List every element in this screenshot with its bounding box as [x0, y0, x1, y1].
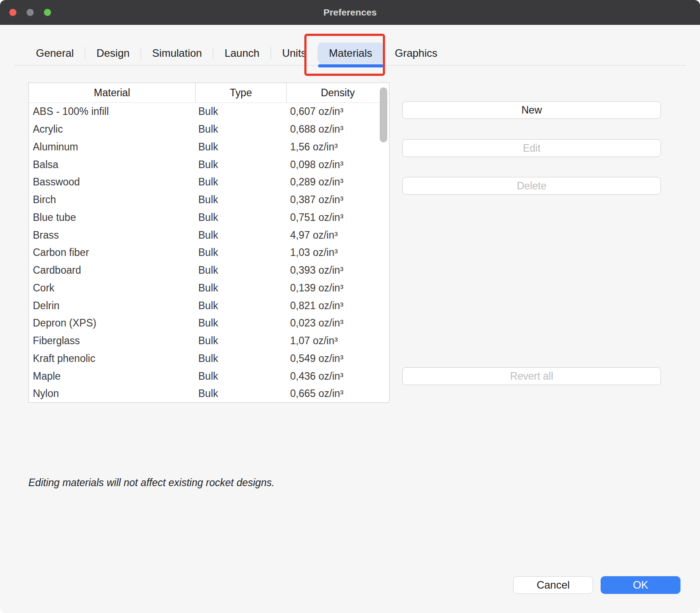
table-row[interactable]: CardboardBulk0,393 oz/in³: [29, 262, 389, 279]
scrollbar-thumb[interactable]: [380, 87, 387, 142]
table-row[interactable]: MapleBulk0,436 oz/in³: [29, 367, 389, 385]
cell-density: 0,023 oz/in³: [286, 317, 389, 329]
cell-type: Bulk: [195, 317, 286, 329]
cell-type: Bulk: [195, 229, 286, 241]
cell-type: Bulk: [195, 106, 286, 118]
tab-materials[interactable]: Materials: [318, 43, 383, 64]
cell-density: 0,387 oz/in³: [286, 194, 389, 206]
window-title: Preferences: [323, 7, 377, 18]
cell-density: 1,03 oz/in³: [286, 247, 389, 259]
table-row[interactable]: Kraft phenolicBulk0,549 oz/in³: [29, 350, 389, 368]
table-row[interactable]: AcrylicBulk0,688 oz/in³: [29, 121, 389, 138]
minimize-window-button[interactable]: [27, 9, 34, 16]
preferences-window: Preferences GeneralDesignSimulationLaunc…: [0, 0, 700, 613]
cell-density: 0,665 oz/in³: [286, 388, 389, 400]
table-row[interactable]: DelrinBulk0,821 oz/in³: [29, 297, 389, 314]
table-row[interactable]: BalsaBulk0,098 oz/in³: [29, 156, 389, 173]
cell-type: Bulk: [195, 247, 286, 259]
titlebar[interactable]: Preferences: [0, 0, 700, 25]
cell-density: 0,139 oz/in³: [286, 282, 389, 294]
cell-density: 0,098 oz/in³: [286, 159, 389, 171]
cell-density: 0,751 oz/in³: [286, 212, 389, 224]
cell-material: Delrin: [29, 300, 195, 312]
cell-type: Bulk: [195, 388, 286, 400]
column-header-material[interactable]: Material: [29, 83, 195, 102]
revert-all-button[interactable]: Revert all: [402, 367, 661, 385]
cell-material: Birch: [29, 194, 195, 206]
cell-material: Kraft phenolic: [29, 353, 195, 365]
cell-type: Bulk: [195, 370, 286, 382]
cell-type: Bulk: [195, 176, 286, 188]
cell-type: Bulk: [195, 264, 286, 276]
delete-button[interactable]: Delete: [402, 177, 661, 195]
materials-note: Editing materials will not affect existi…: [28, 477, 275, 489]
tab-graphics[interactable]: Graphics: [384, 43, 448, 64]
cell-density: 1,07 oz/in³: [286, 335, 389, 347]
cell-density: 0,436 oz/in³: [286, 370, 389, 382]
cell-material: Maple: [29, 370, 195, 382]
cell-material: Cork: [29, 282, 195, 294]
ok-button[interactable]: OK: [601, 576, 680, 594]
table-row[interactable]: BrassBulk4,97 oz/in³: [29, 226, 389, 244]
cell-material: Depron (XPS): [29, 317, 195, 329]
cell-material: Fiberglass: [29, 335, 195, 347]
materials-table-body: ABS - 100% infillBulk0,607 oz/in³Acrylic…: [29, 103, 389, 403]
cell-type: Bulk: [195, 212, 286, 224]
traffic-lights: [9, 9, 51, 16]
cell-material: Basswood: [29, 176, 195, 188]
cancel-button[interactable]: Cancel: [513, 576, 593, 594]
cell-type: Bulk: [195, 300, 286, 312]
cell-material: Carbon fiber: [29, 247, 195, 259]
cell-density: 0,688 oz/in³: [286, 123, 389, 135]
cell-material: Balsa: [29, 159, 195, 171]
table-row[interactable]: AluminumBulk1,56 oz/in³: [29, 138, 389, 156]
tab-design[interactable]: Design: [85, 43, 141, 64]
tab-units[interactable]: Units: [271, 43, 318, 64]
edit-button[interactable]: Edit: [402, 139, 661, 157]
cell-density: 0,607 oz/in³: [286, 106, 389, 118]
cell-density: 0,289 oz/in³: [286, 176, 389, 188]
table-row[interactable]: Blue tubeBulk0,751 oz/in³: [29, 209, 389, 227]
table-row[interactable]: ABS - 100% infillBulk0,607 oz/in³: [29, 103, 389, 121]
cell-type: Bulk: [195, 159, 286, 171]
table-row[interactable]: Carbon fiberBulk1,03 oz/in³: [29, 244, 389, 262]
cell-type: Bulk: [195, 123, 286, 135]
tab-general[interactable]: General: [25, 43, 85, 64]
cell-material: Blue tube: [29, 212, 195, 224]
tab-simulation[interactable]: Simulation: [141, 43, 213, 64]
cell-material: Brass: [29, 229, 195, 241]
cell-density: 1,56 oz/in³: [286, 141, 389, 153]
cell-type: Bulk: [195, 194, 286, 206]
zoom-window-button[interactable]: [44, 9, 51, 16]
table-row[interactable]: NylonBulk0,665 oz/in³: [29, 385, 389, 403]
cell-type: Bulk: [195, 141, 286, 153]
cell-material: Aluminum: [29, 141, 195, 153]
cell-type: Bulk: [195, 335, 286, 347]
cell-type: Bulk: [195, 282, 286, 294]
table-row[interactable]: Depron (XPS)Bulk0,023 oz/in³: [29, 314, 389, 332]
cell-density: 0,821 oz/in³: [286, 300, 389, 312]
cell-material: Acrylic: [29, 123, 195, 135]
cell-material: Nylon: [29, 388, 195, 400]
new-button[interactable]: New: [402, 101, 661, 119]
cell-density: 0,393 oz/in³: [286, 264, 389, 276]
tab-launch[interactable]: Launch: [213, 43, 271, 64]
materials-table: Material Type Density ABS - 100% infillB…: [28, 83, 389, 403]
cell-type: Bulk: [195, 353, 286, 365]
table-row[interactable]: BasswoodBulk0,289 oz/in³: [29, 173, 389, 191]
table-row[interactable]: CorkBulk0,139 oz/in³: [29, 279, 389, 297]
column-header-type[interactable]: Type: [195, 83, 286, 102]
table-header-row: Material Type Density: [29, 83, 389, 103]
table-row[interactable]: BirchBulk0,387 oz/in³: [29, 191, 389, 209]
close-window-button[interactable]: [9, 9, 16, 16]
cell-density: 4,97 oz/in³: [286, 229, 389, 241]
column-header-density[interactable]: Density: [286, 83, 389, 102]
cell-material: Cardboard: [29, 264, 195, 276]
table-row[interactable]: FiberglassBulk1,07 oz/in³: [29, 332, 389, 350]
cell-material: ABS - 100% infill: [29, 106, 195, 118]
tab-bar: GeneralDesignSimulationLaunchUnitsMateri…: [25, 43, 448, 64]
cell-density: 0,549 oz/in³: [286, 353, 389, 365]
